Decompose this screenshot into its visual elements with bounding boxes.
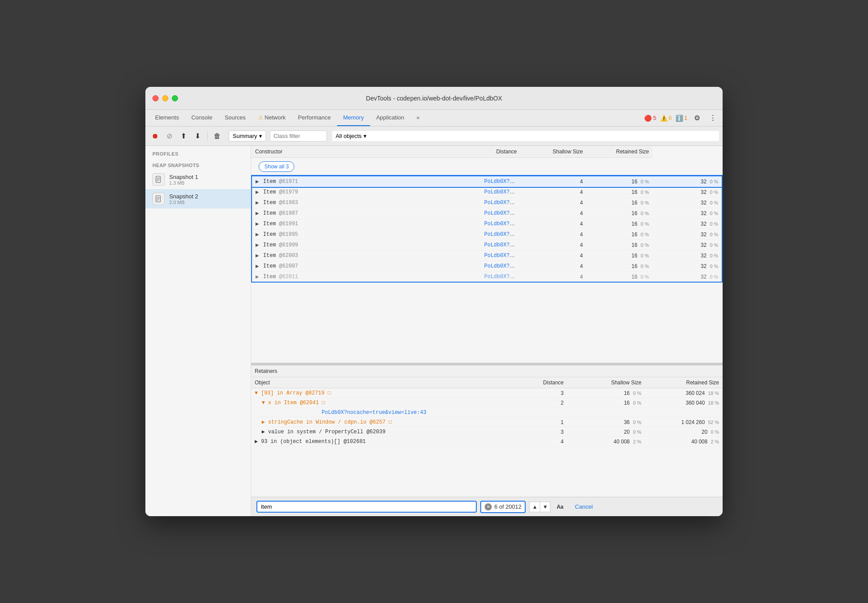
constructor-link[interactable]: PoLdb0X?nocache=true&view=live:43 xyxy=(484,178,520,185)
row-expand-icon[interactable]: ▶ xyxy=(256,253,261,258)
tab-elements[interactable]: Elements xyxy=(149,110,185,126)
constructor-link[interactable]: PoLdb0X?nocache=true&view=live:43 xyxy=(484,189,520,195)
tab-more[interactable]: » xyxy=(410,110,426,126)
link-cell: PoLdb0X?nocache=true&view=live:43 xyxy=(481,229,520,240)
link-cell: PoLdb0X?nocache=true&view=live:43 xyxy=(481,208,520,219)
clear-button[interactable]: 🗑 xyxy=(211,130,223,142)
table-row[interactable]: ▶ Item @62007 PoLdb0X?nocache=true&view=… xyxy=(252,261,722,272)
constructor-link[interactable]: PoLdb0X?nocache=true&view=live:43 xyxy=(484,199,520,206)
table-row[interactable]: ▶ Item @62011 PoLdb0X?nocache=true&view=… xyxy=(252,272,722,283)
match-case-button[interactable]: Aa xyxy=(554,502,566,511)
tab-application[interactable]: Application xyxy=(370,110,411,126)
snapshot-1-icon xyxy=(152,173,165,186)
tab-sources[interactable]: Sources xyxy=(219,110,252,126)
maximize-button[interactable] xyxy=(172,95,178,101)
link-cell: PoLdb0X?nocache=true&view=live:43 xyxy=(481,197,520,208)
tab-memory[interactable]: Memory xyxy=(337,110,370,126)
retainer-distance-header[interactable]: Distance xyxy=(520,377,567,388)
retainer-retained-header[interactable]: Retained Size xyxy=(645,377,723,388)
retainer-row[interactable]: ▼ [93] in Array @82719 □ 3 16 0 % 360 02… xyxy=(251,388,723,398)
table-row[interactable]: ▶ Item @61995 PoLdb0X?nocache=true&view=… xyxy=(252,229,722,240)
search-prev-button[interactable]: ▲ xyxy=(529,502,540,512)
constructor-cell: ▶ Item @62011 xyxy=(252,272,481,283)
tab-console[interactable]: Console xyxy=(185,110,219,126)
retainer-row[interactable]: ▶ value in system / PropertyCell @62039 … xyxy=(251,427,723,437)
more-menu-button[interactable]: ⋮ xyxy=(707,112,719,124)
row-expand-icon[interactable]: ▶ xyxy=(256,221,261,227)
constructor-link[interactable]: PoLdb0X?nocache=true&view=live:4 xyxy=(484,273,520,280)
table-row[interactable]: ▶ Item @61979 PoLdb0X?nocache=true&view=… xyxy=(252,187,722,197)
constructor-cell: ▶ Item @61983 xyxy=(252,197,481,208)
content-area: Constructor Distance Shallow Size Retain… xyxy=(251,146,723,516)
search-clear-button[interactable]: ✕ xyxy=(485,503,492,510)
record-button[interactable]: ⏺ xyxy=(149,130,161,142)
error-circle-icon: 🔴 xyxy=(644,115,652,122)
constructor-link[interactable]: PoLdb0X?nocache=true&view=live:43 xyxy=(484,263,520,269)
constructor-link[interactable]: PoLdb0X?nocache=true&view=live:43 xyxy=(484,231,520,238)
all-objects-dropdown[interactable]: All objects ▾ xyxy=(332,131,719,141)
constructor-link[interactable]: PoLdb0X?nocache=true&view=live:43 xyxy=(484,252,520,259)
tab-network[interactable]: ⚠ Network xyxy=(252,110,292,126)
show-all-button[interactable]: Show all 3 xyxy=(259,161,294,172)
header-distance[interactable]: Distance xyxy=(481,146,520,158)
table-row[interactable]: ▶ Item @61983 PoLdb0X?nocache=true&view=… xyxy=(252,197,722,208)
row-expand-icon[interactable]: ▶ xyxy=(256,211,261,216)
table-row[interactable]: ▶ Item @61987 PoLdb0X?nocache=true&view=… xyxy=(252,208,722,219)
nav-badges: 🔴 5 ⚠️ 6 ℹ️ 1 ⚙ ⋮ xyxy=(644,110,719,126)
header-shallow[interactable]: Shallow Size xyxy=(520,146,586,158)
search-next-button[interactable]: ▼ xyxy=(540,502,550,512)
link-cell: PoLdb0X?nocache=true&view=live:43 xyxy=(481,219,520,229)
info-count: 1 xyxy=(684,115,687,121)
table-row[interactable]: ▶ Item @61991 PoLdb0X?nocache=true&view=… xyxy=(252,219,722,229)
summary-dropdown[interactable]: Summary ▾ xyxy=(229,130,266,141)
retainer-shallow-header[interactable]: Shallow Size xyxy=(567,377,645,388)
search-input-wrapper xyxy=(256,501,477,513)
snapshot-item-2[interactable]: Snapshot 2 2.0 MB xyxy=(145,189,251,208)
row-expand-icon[interactable]: ▶ xyxy=(256,242,261,248)
constructor-table: Constructor Distance Shallow Size Retain… xyxy=(251,146,723,283)
table-row[interactable]: ▶ Item @61999 PoLdb0X?nocache=true&view=… xyxy=(252,240,722,250)
upload-button[interactable]: ⬆ xyxy=(177,130,189,142)
constructor-cell: ▶ Item @62003 xyxy=(252,250,481,261)
close-button[interactable] xyxy=(152,95,159,101)
constructor-cell: ▶ Item @61979 xyxy=(252,187,481,197)
retainer-shallow-cell: 16 0 % xyxy=(567,388,645,398)
show-all-row: Show all 3 xyxy=(252,158,722,176)
download-button[interactable]: ⬇ xyxy=(191,130,204,142)
tab-sources-label: Sources xyxy=(225,114,246,121)
row-expand-icon[interactable]: ▶ xyxy=(256,232,261,237)
tab-performance[interactable]: Performance xyxy=(292,110,337,126)
class-filter-input[interactable] xyxy=(270,130,327,141)
constructor-cell: ▶ Item @61995 xyxy=(252,229,481,240)
row-expand-icon[interactable]: ▶ xyxy=(256,200,261,205)
minimize-button[interactable] xyxy=(162,95,168,101)
settings-button[interactable]: ⚙ xyxy=(691,112,703,124)
retainer-row[interactable]: ▶ 93 in (object elements)[] @102681 4 40… xyxy=(251,437,723,447)
header-retained[interactable]: Retained Size xyxy=(586,146,653,158)
retainer-row[interactable]: ▼ x in Item @62041 □ 2 16 0 % 360 040 18… xyxy=(251,398,723,408)
retainer-link[interactable]: PoLdb0X?nocache=true&view=live:43 xyxy=(322,409,427,416)
row-expand-icon[interactable]: ▶ xyxy=(256,190,261,195)
row-expand-icon[interactable]: ▶ xyxy=(256,264,261,269)
table-row[interactable]: ▶ Item @62003 PoLdb0X?nocache=true&view=… xyxy=(252,250,722,261)
info-badge: ℹ️ 1 xyxy=(675,115,687,122)
retainer-row[interactable]: PoLdb0X?nocache=true&view=live:43 xyxy=(251,408,723,417)
constructor-link[interactable]: PoLdb0X?nocache=true&view=live:43 xyxy=(484,220,520,227)
snapshot-1-info: Snapshot 1 1.3 MB xyxy=(169,174,244,186)
row-expand-icon[interactable]: ▶ xyxy=(256,179,261,184)
retainer-object-header[interactable]: Object xyxy=(251,377,520,388)
constructor-cell: ▶ Item @61999 xyxy=(252,240,481,250)
cancel-search-button[interactable]: Cancel xyxy=(570,502,598,512)
stop-button[interactable]: ⊘ xyxy=(163,130,175,142)
table-row[interactable]: ▶ Item @61971 PoLdb0X?nocache=true&view=… xyxy=(252,176,722,187)
search-bar: ✕ 6 of 20012 ▲ ▼ Aa Cancel xyxy=(251,497,723,516)
constructor-cell: ▶ Item @61991 xyxy=(252,219,481,229)
constructor-link[interactable]: PoLdb0X?nocache=true&view=live:43 xyxy=(484,242,520,248)
snapshot-item-1[interactable]: Snapshot 1 1.3 MB xyxy=(145,170,251,189)
row-expand-icon[interactable]: ▶ xyxy=(256,274,261,279)
search-input[interactable] xyxy=(261,503,472,510)
snapshot-2-name: Snapshot 2 xyxy=(169,193,244,200)
constructor-link[interactable]: PoLdb0X?nocache=true&view=live:43 xyxy=(484,210,520,216)
retainer-row[interactable]: ▶ stringCache in Window / cdpn.io @6257 … xyxy=(251,417,723,427)
header-constructor[interactable]: Constructor xyxy=(252,146,481,158)
